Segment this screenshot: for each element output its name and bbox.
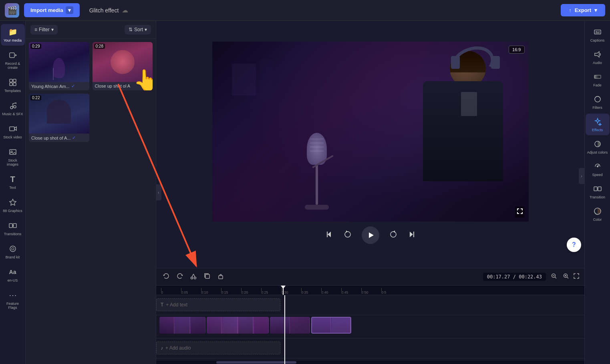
- duration-badge-3: 0:22: [30, 95, 41, 100]
- adjust-colors-icon: [593, 139, 602, 149]
- video-segment-2[interactable]: [207, 317, 269, 334]
- timeline-scrollbar[interactable]: [156, 361, 584, 364]
- right-sidebar-item-transition[interactable]: Transition: [586, 181, 610, 202]
- media-thumbnail-3[interactable]: 0:22 Close up shot of A... ✓: [29, 94, 89, 142]
- sidebar-item-stock-video[interactable]: Stock video: [1, 121, 25, 142]
- right-sidebar-item-filters[interactable]: Filters: [586, 91, 610, 113]
- audio-label: Audio: [593, 61, 602, 65]
- feature-flags-icon: ⋯: [8, 290, 18, 300]
- cut-button[interactable]: [188, 271, 199, 283]
- video-segment-1[interactable]: [159, 317, 205, 334]
- zoom-out-button[interactable]: [549, 271, 559, 282]
- sidebar-item-transitions[interactable]: Transitions: [1, 218, 25, 239]
- rewind-button[interactable]: [343, 230, 352, 241]
- right-sidebar-item-captions[interactable]: Captions: [586, 24, 610, 46]
- aspect-ratio-badge: 16:9: [509, 46, 524, 54]
- zoom-in-button[interactable]: [561, 271, 571, 282]
- redo-button[interactable]: [175, 271, 185, 283]
- duration-badge-1: 0:29: [30, 44, 41, 49]
- media-thumbnail-1[interactable]: 0:29 Young African Am... ✓: [29, 42, 89, 90]
- sidebar-item-graphics[interactable]: 88 Graphics: [1, 194, 25, 216]
- export-button[interactable]: ↑ Export ▾: [561, 4, 605, 16]
- expand-timeline-button[interactable]: [573, 271, 580, 282]
- sidebar-item-label-music: Music & SFX: [2, 112, 23, 116]
- fade-label: Fade: [593, 83, 602, 87]
- import-media-button[interactable]: Import media ▾: [24, 3, 80, 17]
- svg-rect-38: [598, 187, 601, 191]
- add-audio-track[interactable]: ♪ + Add audio: [156, 342, 280, 354]
- video-segment-3[interactable]: [270, 317, 310, 334]
- svg-rect-13: [10, 246, 16, 252]
- filters-label: Filters: [592, 106, 602, 110]
- right-sidebar-item-adjust-colors[interactable]: Adjust colors: [586, 136, 610, 158]
- svg-point-7: [14, 106, 16, 108]
- video-segment-4-selected[interactable]: [311, 317, 351, 334]
- speed-label: Speed: [592, 173, 602, 177]
- fade-icon: [593, 72, 602, 82]
- forward-button[interactable]: [389, 230, 398, 241]
- play-button[interactable]: [362, 226, 379, 244]
- sidebar-item-templates[interactable]: Templates: [1, 74, 25, 96]
- add-text-track[interactable]: T + Add text: [156, 298, 280, 311]
- sidebar-item-label-graphics: 88 Graphics: [3, 209, 22, 213]
- copy-button[interactable]: [202, 271, 212, 283]
- time-separator: /: [513, 274, 519, 280]
- sidebar-item-record-create[interactable]: Record &create: [1, 47, 25, 73]
- right-sidebar-collapse-button[interactable]: ›: [579, 168, 584, 184]
- lock-button[interactable]: [215, 271, 226, 283]
- sidebar-item-stock-images[interactable]: Stock images: [1, 144, 25, 170]
- right-sidebar-item-color[interactable]: Color: [586, 203, 610, 225]
- skip-start-button[interactable]: [325, 230, 334, 241]
- svg-rect-11: [9, 224, 12, 228]
- sidebar-item-feature-flags[interactable]: ⋯ Feature Flags: [1, 287, 25, 313]
- undo-button[interactable]: [161, 271, 171, 283]
- right-sidebar-item-speed[interactable]: Speed: [586, 158, 610, 180]
- sidebar-item-label-record: Record &create: [5, 62, 20, 70]
- right-sidebar-item-fade[interactable]: Fade: [586, 69, 610, 90]
- svg-point-36: [597, 166, 598, 167]
- sidebar-item-label-stock-images: Stock images: [2, 158, 23, 166]
- sidebar-item-label-transitions: Transitions: [4, 232, 22, 236]
- media-panel-header: ≡ Filter ▾ ⇅ Sort ▾: [26, 21, 156, 39]
- top-bar: 🎬 Import media ▾ Glitch effect ☁ ↑ Expor…: [0, 0, 610, 21]
- sidebar-item-music-sfx[interactable]: Music & SFX: [1, 98, 25, 119]
- svg-rect-37: [594, 187, 597, 191]
- en-us-icon: Aa: [8, 267, 18, 277]
- svg-point-16: [191, 277, 193, 279]
- sidebar-item-en-us[interactable]: Aa en-US: [1, 264, 25, 286]
- sidebar-item-text[interactable]: T Text: [1, 171, 25, 193]
- svg-rect-20: [205, 274, 209, 278]
- media-panel: ≡ Filter ▾ ⇅ Sort ▾: [26, 21, 156, 364]
- filter-button[interactable]: ≡ Filter ▾: [30, 25, 58, 34]
- current-time: 00:17.27: [487, 274, 510, 280]
- audio-track-label: + Add audio: [165, 345, 191, 351]
- svg-marker-33: [595, 52, 599, 57]
- center-area: 16:9: [156, 21, 584, 364]
- sort-button[interactable]: ⇅ Sort ▾: [125, 25, 151, 34]
- export-chevron-icon: ▾: [594, 7, 597, 13]
- svg-point-17: [194, 277, 196, 279]
- media-panel-collapse-button[interactable]: ‹: [156, 184, 161, 200]
- sidebar-item-label-your-media: Your media: [4, 38, 22, 42]
- sidebar-item-label-feature: Feature Flags: [2, 302, 23, 310]
- sidebar-item-your-media[interactable]: 📁 Your media: [1, 24, 25, 46]
- sidebar-item-label-en-us: en-US: [8, 278, 18, 282]
- text-track-icon: T: [161, 302, 163, 308]
- skip-end-button[interactable]: [407, 230, 416, 241]
- app-logo: 🎬: [5, 3, 19, 18]
- thumb-2-text: Close up shot ol A: [95, 84, 131, 88]
- media-grid: 0:29 Young African Am... ✓ 0:28: [26, 39, 156, 145]
- svg-line-18: [192, 274, 193, 277]
- media-thumbnail-2[interactable]: 0:28 👆 Close up shot ol A: [93, 42, 153, 90]
- svg-rect-3: [13, 79, 16, 82]
- transition-label: Transition: [590, 195, 605, 199]
- right-sidebar-item-audio[interactable]: Audio: [586, 46, 610, 68]
- right-sidebar-item-effects[interactable]: Effects: [586, 114, 610, 135]
- fullscreen-button[interactable]: [515, 206, 525, 218]
- timeline-tracks: T + Add text: [156, 295, 584, 364]
- captions-label: Captions: [590, 38, 605, 42]
- sidebar-item-brand-kit[interactable]: Brand kit: [1, 241, 25, 262]
- help-button[interactable]: ?: [567, 238, 581, 252]
- import-chevron-icon[interactable]: ▾: [66, 6, 73, 14]
- color-label: Color: [593, 218, 602, 222]
